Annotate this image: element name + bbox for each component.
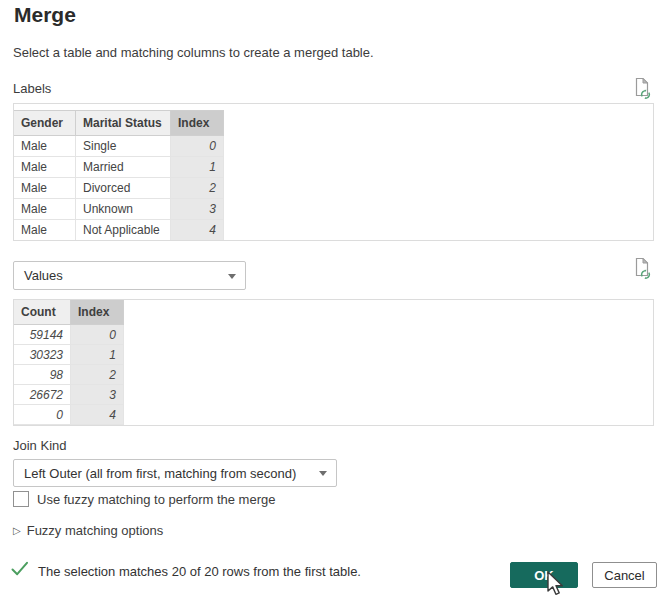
join-kind-value: Left Outer (all from first, matching fro… (24, 466, 296, 481)
chevron-down-icon (228, 274, 236, 279)
selection-status: The selection matches 20 of 20 rows from… (11, 561, 361, 579)
chevron-down-icon (319, 471, 327, 476)
fuzzy-matching-checkbox[interactable] (13, 491, 29, 507)
dialog-subtitle: Select a table and matching columns to c… (13, 45, 374, 60)
table-row: Male Unknown 3 (14, 199, 224, 220)
table-row: Male Not Applicable 4 (14, 220, 224, 241)
cell[interactable]: 30323 (14, 345, 71, 365)
cell-selected[interactable]: 3 (171, 199, 224, 220)
cell[interactable]: 59144 (14, 325, 71, 345)
dialog-title: Merge (14, 3, 76, 27)
cell[interactable]: Unknown (76, 199, 171, 220)
cell-selected[interactable]: 2 (171, 178, 224, 199)
document-refresh-icon (632, 257, 653, 280)
merge-dialog: Merge Select a table and matching column… (0, 0, 661, 610)
fuzzy-matching-checkbox-label: Use fuzzy matching to perform the merge (37, 492, 275, 507)
first-table: Gender Marital Status Index Male Single … (13, 110, 224, 241)
cell[interactable]: 26672 (14, 385, 71, 405)
cell-selected[interactable]: 1 (171, 157, 224, 178)
cell[interactable]: Male (14, 157, 76, 178)
table-row: 0 4 (14, 405, 124, 425)
column-header-count[interactable]: Count (14, 300, 71, 325)
document-refresh-icon (632, 77, 653, 100)
table-header-row: Gender Marital Status Index (14, 111, 224, 136)
column-header-gender[interactable]: Gender (14, 111, 76, 136)
cancel-button[interactable]: Cancel (592, 562, 657, 588)
checkmark-icon (11, 561, 29, 577)
refresh-preview-icon[interactable] (632, 77, 653, 100)
cell[interactable]: 98 (14, 365, 71, 385)
table-row: Male Single 0 (14, 136, 224, 157)
cell[interactable]: Male (14, 178, 76, 199)
cell-selected[interactable]: 4 (171, 220, 224, 241)
first-table-label: Labels (13, 81, 51, 96)
ok-button[interactable]: OK (510, 562, 578, 588)
table-row: 30323 1 (14, 345, 124, 365)
join-kind-select[interactable]: Left Outer (all from first, matching fro… (13, 459, 337, 487)
cell-selected[interactable]: 0 (71, 325, 124, 345)
join-kind-label: Join Kind (13, 438, 66, 453)
second-table: Count Index 59144 0 30323 1 98 2 26672 3… (13, 299, 124, 425)
table-row: Male Married 1 (14, 157, 224, 178)
cell[interactable]: Male (14, 136, 76, 157)
second-table-preview: Count Index 59144 0 30323 1 98 2 26672 3… (13, 299, 654, 426)
cell[interactable]: Single (76, 136, 171, 157)
cell[interactable]: Male (14, 220, 76, 241)
cell[interactable]: Male (14, 199, 76, 220)
table-header-row: Count Index (14, 300, 124, 325)
fuzzy-matching-checkbox-row[interactable]: Use fuzzy matching to perform the merge (13, 491, 275, 507)
cell[interactable]: Married (76, 157, 171, 178)
first-table-preview: Gender Marital Status Index Male Single … (13, 103, 654, 241)
table-row: Male Divorced 2 (14, 178, 224, 199)
cell-selected[interactable]: 0 (171, 136, 224, 157)
cell-selected[interactable]: 4 (71, 405, 124, 425)
second-table-select-value: Values (24, 268, 63, 283)
refresh-preview-icon[interactable] (632, 257, 653, 280)
cell-selected[interactable]: 2 (71, 365, 124, 385)
table-row: 98 2 (14, 365, 124, 385)
column-header-index-selected[interactable]: Index (171, 111, 224, 136)
cell-selected[interactable]: 3 (71, 385, 124, 405)
cell-selected[interactable]: 1 (71, 345, 124, 365)
column-header-marital-status[interactable]: Marital Status (76, 111, 171, 136)
table-row: 59144 0 (14, 325, 124, 345)
column-header-index-selected[interactable]: Index (71, 300, 124, 325)
cell[interactable]: 0 (14, 405, 71, 425)
cell[interactable]: Not Applicable (76, 220, 171, 241)
status-message: The selection matches 20 of 20 rows from… (38, 561, 361, 579)
second-table-select[interactable]: Values (13, 261, 246, 290)
table-row: 26672 3 (14, 385, 124, 405)
expander-triangle-icon: ▷ (13, 526, 21, 536)
cell[interactable]: Divorced (76, 178, 171, 199)
fuzzy-options-expander[interactable]: ▷ Fuzzy matching options (13, 523, 163, 538)
fuzzy-options-label: Fuzzy matching options (27, 523, 164, 538)
